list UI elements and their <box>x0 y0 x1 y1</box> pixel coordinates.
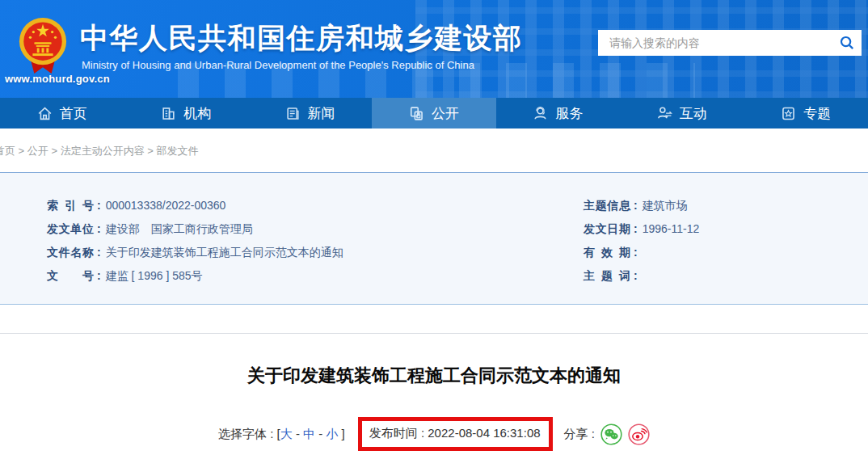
info-row-issuing-unit: 发文单位:建设部 国家工商行政管理局 <box>47 217 580 241</box>
nav-item-disclosure[interactable]: 公开 <box>372 98 495 128</box>
info-colon: : <box>94 222 106 235</box>
national-emblem-icon <box>18 15 68 75</box>
site-subtitle: Ministry of Housing and Urban-Rural Deve… <box>82 59 474 71</box>
breadcrumb-bar: 首页 > 公开 > 法定主动公开内容 > 部发文件 <box>0 128 868 173</box>
info-value: 建监 [ 1996 ] 585号 <box>106 269 203 282</box>
font-select-suffix: ] <box>338 427 344 440</box>
info-value: 关于印发建筑装饰工程施工合同示范文本的通知 <box>106 246 343 259</box>
share-label: 分享 : <box>564 427 595 442</box>
info-row-subject-words: 主题词: <box>584 264 836 288</box>
info-colon: : <box>94 246 106 259</box>
publish-time-highlight: 发布时间 : 2022-08-04 16:31:08 <box>358 417 553 451</box>
topics-icon <box>781 106 796 121</box>
font-select-prefix: 选择字体 : [ <box>218 427 280 440</box>
info-label: 有效期 <box>584 241 630 264</box>
info-label: 主题词 <box>584 264 630 288</box>
nav-item-topics[interactable]: 专题 <box>744 98 868 128</box>
info-colon: : <box>630 246 643 259</box>
info-row-document-name: 文件名称:关于印发建筑装饰工程施工合同示范文本的通知 <box>47 241 580 264</box>
doc-info-panel: 索引号:000013338/2022-00360 发文单位:建设部 国家工商行政… <box>0 173 868 305</box>
info-row-subject-info: 主题信息:建筑市场 <box>584 194 836 217</box>
site-url: www.mohurd.gov.cn <box>5 73 110 85</box>
nav-item-home[interactable]: 首页 <box>0 98 124 128</box>
breadcrumb[interactable]: 首页 > 公开 > 法定主动公开内容 > 部发文件 <box>0 128 868 158</box>
disclosure-icon <box>409 106 424 121</box>
publish-time-label: 发布时间 : <box>369 426 424 440</box>
info-value: 建筑市场 <box>643 199 688 212</box>
nav-item-news[interactable]: 新闻 <box>248 98 372 128</box>
font-size-selector: 选择字体 : [大 - 中 - 小 ] <box>218 427 345 442</box>
wechat-share-icon[interactable] <box>600 423 622 445</box>
doc-info-right-column: 主题信息:建筑市场 发文日期:1996-11-12 有效期: 主题词: <box>580 194 836 304</box>
nav-item-label: 服务 <box>555 104 583 123</box>
search-icon <box>839 35 855 51</box>
weibo-share-icon[interactable] <box>628 423 650 445</box>
info-value: 000013338/2022-00360 <box>106 199 226 212</box>
search-button[interactable] <box>832 30 862 56</box>
home-icon <box>37 106 53 121</box>
info-colon: : <box>630 222 643 235</box>
info-colon: : <box>94 199 106 212</box>
info-colon: : <box>94 269 106 282</box>
nav-item-label: 首页 <box>60 104 87 123</box>
info-row-index-number: 索引号:000013338/2022-00360 <box>47 194 580 217</box>
publish-time-value: 2022-08-04 16:31:08 <box>428 426 540 440</box>
info-row-document-number: 文号:建监 [ 1996 ] 585号 <box>47 264 580 288</box>
font-select-separator: - <box>315 427 326 440</box>
info-value: 建设部 国家工商行政管理局 <box>106 222 253 235</box>
news-icon <box>285 106 301 121</box>
article-meta-row: 选择字体 : [大 - 中 - 小 ] 发布时间 : 2022-08-04 16… <box>0 417 868 451</box>
search-input[interactable] <box>598 31 832 55</box>
font-size-large-link[interactable]: 大 <box>280 427 293 440</box>
info-label: 索引号 <box>47 194 94 217</box>
info-colon: : <box>630 199 643 212</box>
service-icon <box>533 106 548 121</box>
share-controls: 分享 : <box>564 423 650 445</box>
info-label: 发文单位 <box>47 217 94 241</box>
info-colon: : <box>630 269 643 282</box>
nav-item-label: 机构 <box>183 104 211 123</box>
site-title: 中华人民共和国住房和城乡建设部 <box>80 19 523 57</box>
nav-item-label: 公开 <box>432 104 459 123</box>
nav-item-organization[interactable]: 机构 <box>124 98 247 128</box>
nav-item-service[interactable]: 服务 <box>496 98 620 128</box>
nav-item-label: 互动 <box>680 104 707 123</box>
interaction-icon <box>657 106 672 121</box>
main-nav: 首页 机构 新闻 公开 服务 <box>0 98 868 128</box>
info-label: 主题信息 <box>584 194 630 217</box>
info-row-validity-period: 有效期: <box>584 241 836 264</box>
nav-item-label: 专题 <box>803 104 831 123</box>
font-size-small-link[interactable]: 小 <box>326 427 338 440</box>
nav-item-label: 新闻 <box>308 104 335 123</box>
font-select-separator: - <box>293 427 303 440</box>
article-title: 关于印发建筑装饰工程施工合同示范文本的通知 <box>0 364 868 388</box>
info-label: 文件名称 <box>47 241 94 264</box>
section-divider <box>0 333 868 334</box>
info-value: 1996-11-12 <box>643 222 700 235</box>
site-header: www.mohurd.gov.cn 中华人民共和国住房和城乡建设部 Minist… <box>0 0 868 98</box>
font-size-medium-link[interactable]: 中 <box>303 427 315 440</box>
doc-info-left-column: 索引号:000013338/2022-00360 发文单位:建设部 国家工商行政… <box>47 194 580 304</box>
info-row-issue-date: 发文日期:1996-11-12 <box>584 217 836 241</box>
info-label: 发文日期 <box>584 217 630 241</box>
info-label: 文号 <box>47 264 94 288</box>
search-box <box>598 30 862 56</box>
organization-icon <box>161 106 176 121</box>
nav-item-interaction[interactable]: 互动 <box>620 98 744 128</box>
